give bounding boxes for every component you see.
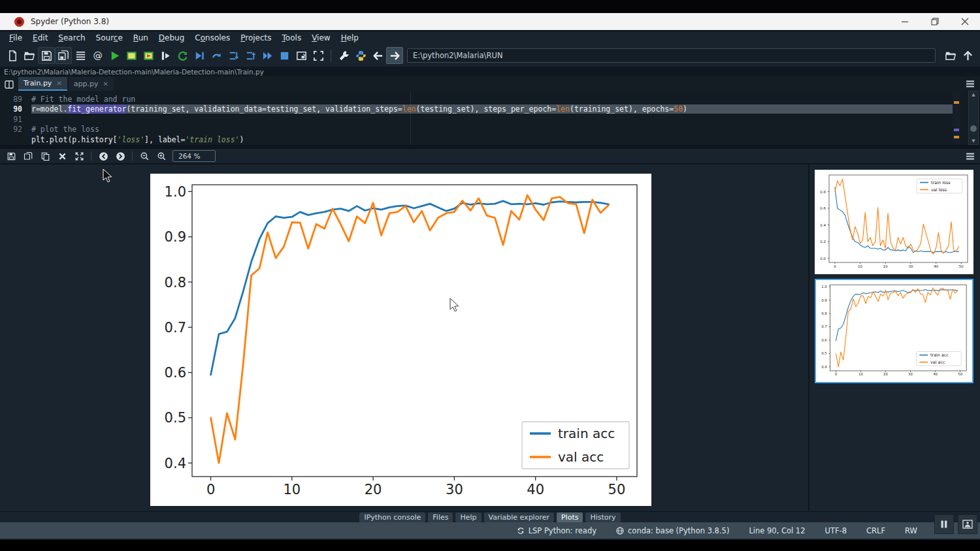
save-plot-icon [7, 151, 16, 161]
parent-dir-button[interactable] [959, 47, 976, 64]
save-all-button[interactable] [55, 47, 72, 64]
save-button[interactable] [38, 47, 55, 64]
scrollbar-thumb[interactable] [970, 125, 977, 132]
run-cell-button[interactable] [123, 47, 140, 64]
open-dir-icon [945, 50, 957, 62]
run-file-button[interactable] [106, 47, 123, 64]
plot-outline-button[interactable] [958, 514, 977, 534]
open-dir-button[interactable] [942, 47, 959, 64]
zoom-level-field[interactable]: 264 % [172, 150, 216, 162]
svg-text:10: 10 [283, 482, 301, 497]
menu-tools[interactable]: Tools [277, 33, 307, 42]
previous-plot-button[interactable] [95, 149, 112, 163]
working-directory-input[interactable]: E:\python2\Malaria\RUN [407, 48, 936, 63]
svg-text:0.4: 0.4 [165, 456, 186, 471]
menu-projects[interactable]: Projects [235, 33, 276, 42]
editor-line-92[interactable]: 92# plot the loss [0, 125, 980, 135]
plot-thumbnail-train-loss-val-loss[interactable]: 010203040500.00.20.40.60.8train lossval … [815, 170, 973, 274]
pane-tab-ipython-console[interactable]: IPython console [359, 512, 425, 522]
run-cell-advance-button[interactable] [140, 47, 157, 64]
plots-options-button[interactable] [966, 150, 975, 163]
maximize-pane-button[interactable] [293, 47, 310, 64]
editor-scrollbar[interactable]: ▲ ▼ [968, 91, 979, 145]
file-switcher-button[interactable] [72, 47, 89, 64]
fit-plot-button[interactable] [71, 149, 88, 163]
browse-tabs-icon [5, 80, 14, 89]
svg-text:0.9: 0.9 [165, 229, 186, 245]
browse-tabs-button[interactable] [1, 78, 17, 91]
editor-options-button[interactable] [960, 77, 980, 91]
step-button[interactable] [208, 47, 225, 64]
run-selection-button[interactable] [157, 47, 174, 64]
plots-splitter[interactable] [808, 165, 809, 511]
plot-thumbnail-train-acc-val-acc[interactable]: 010203040500.40.50.60.70.80.91.0train ac… [815, 279, 973, 383]
close-button[interactable] [950, 13, 980, 30]
tab-train-py[interactable]: Train.py✕ [18, 77, 67, 91]
file-switcher-icon [74, 50, 87, 62]
copy-plot-button[interactable] [37, 149, 54, 163]
editor-line-89[interactable]: 89# Fit the model and run [0, 94, 980, 104]
editor-line-91[interactable]: 91 [0, 114, 980, 125]
continue-button[interactable] [259, 47, 276, 64]
menu-edit[interactable]: Edit [27, 33, 53, 42]
tab-close-icon[interactable]: ✕ [56, 80, 61, 87]
preferences-button[interactable] [335, 47, 352, 64]
debug-file-button[interactable] [191, 47, 208, 64]
pause-icon [939, 520, 949, 529]
find-symbols-button[interactable]: @ [89, 47, 106, 64]
save-plot-button[interactable] [3, 149, 20, 163]
new-file-button[interactable] [4, 47, 21, 64]
minimize-button[interactable] [890, 13, 920, 30]
tab-app-py[interactable]: app.py✕ [69, 77, 114, 91]
pane-tab-plots[interactable]: Plots [557, 512, 583, 522]
toolbar-separator [132, 151, 133, 161]
pane-tab-files[interactable]: Files [428, 512, 453, 522]
pause-button[interactable] [934, 514, 954, 534]
remove-plot-icon [57, 151, 67, 161]
conda-status-text: conda: base (Python 3.8.5) [628, 526, 729, 535]
code-editor[interactable]: 89# Fit the model and run90r=model.fit_g… [0, 91, 980, 145]
line-number: 89 [0, 95, 31, 104]
rerun-cell-button[interactable] [174, 47, 191, 64]
tab-close-icon[interactable]: ✕ [103, 80, 108, 87]
step-into-button[interactable] [225, 47, 242, 64]
globe-icon [616, 527, 624, 535]
editor-line-partial[interactable]: plt.plot(p.history['loss'], label='train… [0, 134, 980, 145]
pane-tab-variable-explorer[interactable]: Variable explorer [484, 512, 554, 522]
svg-text:0.8: 0.8 [821, 311, 827, 315]
toolbar-separator [331, 50, 331, 61]
forward-button[interactable] [386, 47, 403, 64]
save-all-plots-button[interactable] [20, 149, 37, 163]
open-file-button[interactable] [21, 47, 38, 64]
menu-view[interactable]: View [306, 33, 335, 42]
back-button[interactable] [369, 47, 386, 64]
editor-line-90[interactable]: 90r=model.fit_generator(training_set, va… [0, 104, 980, 115]
spyder-app-icon [14, 17, 24, 27]
zoom-out-button[interactable] [136, 149, 153, 163]
restore-button[interactable] [920, 13, 950, 30]
zoom-in-button[interactable] [153, 149, 170, 163]
code-text: r=model.fit_generator(training_set, vali… [31, 104, 958, 114]
pane-tab-history[interactable]: History [585, 512, 620, 522]
remove-plot-button[interactable] [54, 149, 71, 163]
menu-debug[interactable]: Debug [154, 33, 189, 42]
stop-debug-button[interactable] [276, 47, 293, 64]
menu-help[interactable]: Help [336, 33, 364, 42]
menu-file[interactable]: File [4, 33, 27, 42]
scroll-up-icon[interactable]: ▲ [969, 92, 978, 97]
svg-text:20: 20 [365, 482, 382, 497]
fullscreen-button[interactable] [310, 47, 327, 64]
svg-text:val acc: val acc [558, 449, 604, 465]
run-file-icon [108, 50, 121, 62]
menu-consoles[interactable]: Consoles [189, 33, 235, 42]
back-icon [372, 50, 384, 62]
menu-source[interactable]: Source [91, 33, 128, 42]
menu-search[interactable]: Search [53, 33, 90, 42]
scroll-down-icon[interactable]: ▼ [969, 138, 978, 144]
python-path-button[interactable] [352, 47, 369, 64]
menu-run[interactable]: Run [128, 33, 154, 42]
pane-tab-help[interactable]: Help [455, 512, 481, 522]
next-plot-button[interactable] [112, 149, 129, 163]
step-return-button[interactable] [242, 47, 259, 64]
menu-bar: FileEditSearchSourceRunDebugConsolesProj… [0, 31, 980, 44]
